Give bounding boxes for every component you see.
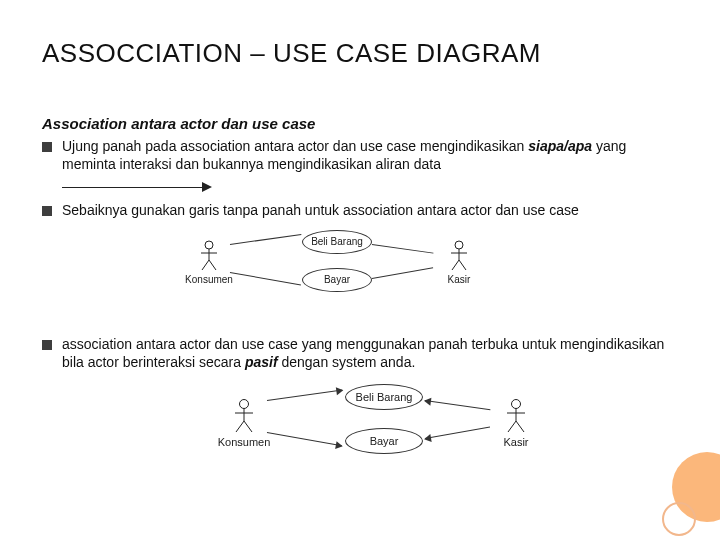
association-line <box>230 272 301 285</box>
actor-kasir: Kasir <box>489 398 543 448</box>
association-arrow <box>425 400 490 410</box>
svg-line-18 <box>508 421 516 432</box>
actor-konsumen: Konsumen <box>217 398 271 448</box>
bullet-icon <box>42 206 52 216</box>
spacer <box>42 310 678 336</box>
accent-circle-icon <box>672 452 720 522</box>
page-title: ASSOCCIATION – USE CASE DIAGRAM <box>42 38 678 69</box>
actor-kasir: Kasir <box>432 240 486 285</box>
association-line <box>372 244 434 254</box>
actor-left-label: Konsumen <box>217 436 271 448</box>
svg-line-13 <box>236 421 244 432</box>
arrow-line-illustration <box>62 182 212 194</box>
svg-line-14 <box>244 421 252 432</box>
actor-right-label: Kasir <box>432 274 486 285</box>
actor-icon <box>448 240 470 272</box>
bullet-icon <box>42 142 52 152</box>
bullet-item-1: Ujung panah pada association antara acto… <box>42 138 678 174</box>
accent-ring-icon <box>662 502 696 536</box>
actor-right-label: Kasir <box>489 436 543 448</box>
arrow-head-icon <box>202 182 212 192</box>
association-arrow <box>425 426 490 438</box>
bullet-list-3: association antara actor dan use case ya… <box>42 336 678 372</box>
svg-line-8 <box>452 260 459 270</box>
association-line <box>230 234 301 245</box>
actor-konsumen: Konsumen <box>182 240 236 285</box>
svg-line-19 <box>516 421 524 432</box>
bullet-text-3: association antara actor dan use case ya… <box>62 336 678 372</box>
bullet-text-1: Ujung panah pada association antara acto… <box>62 138 678 174</box>
bullet-list-2: Sebaiknya gunakan garis tanpa panah untu… <box>42 202 678 220</box>
association-arrow <box>267 389 342 401</box>
bullet-1-pre: Ujung panah pada association antara acto… <box>62 138 528 154</box>
svg-point-10 <box>240 399 249 408</box>
bullet-item-2: Sebaiknya gunakan garis tanpa panah untu… <box>42 202 678 220</box>
svg-line-9 <box>459 260 466 270</box>
association-arrow <box>267 432 342 446</box>
bullet-icon <box>42 340 52 350</box>
bullet-list: Ujung panah pada association antara acto… <box>42 138 678 174</box>
association-line <box>372 267 433 279</box>
svg-point-15 <box>512 399 521 408</box>
usecase-bayar: Bayar <box>345 428 423 454</box>
svg-point-0 <box>205 241 213 249</box>
actor-left-label: Konsumen <box>182 274 236 285</box>
actor-icon <box>198 240 220 272</box>
subsection-heading: Association antara actor dan use case <box>42 115 678 132</box>
bullet-3-em: pasif <box>245 354 278 370</box>
arrow-shaft <box>62 187 202 188</box>
svg-point-5 <box>455 241 463 249</box>
uml-diagram-1: Konsumen Beli Barang Bayar Kasir <box>182 228 502 300</box>
bullet-text-2: Sebaiknya gunakan garis tanpa panah untu… <box>62 202 678 220</box>
usecase-beli-barang: Beli Barang <box>345 384 423 410</box>
usecase-bayar: Bayar <box>302 268 372 292</box>
uml-diagram-2: Konsumen Beli Barang Bayar Kasir <box>217 380 557 466</box>
slide-container: ASSOCCIATION – USE CASE DIAGRAM Associat… <box>0 0 720 540</box>
bullet-3-post: dengan system anda. <box>278 354 416 370</box>
bullet-item-3: association antara actor dan use case ya… <box>42 336 678 372</box>
actor-icon <box>504 398 528 434</box>
actor-icon <box>232 398 256 434</box>
usecase-beli-barang: Beli Barang <box>302 230 372 254</box>
svg-line-4 <box>209 260 216 270</box>
bullet-1-em: siapa/apa <box>528 138 592 154</box>
svg-line-3 <box>202 260 209 270</box>
